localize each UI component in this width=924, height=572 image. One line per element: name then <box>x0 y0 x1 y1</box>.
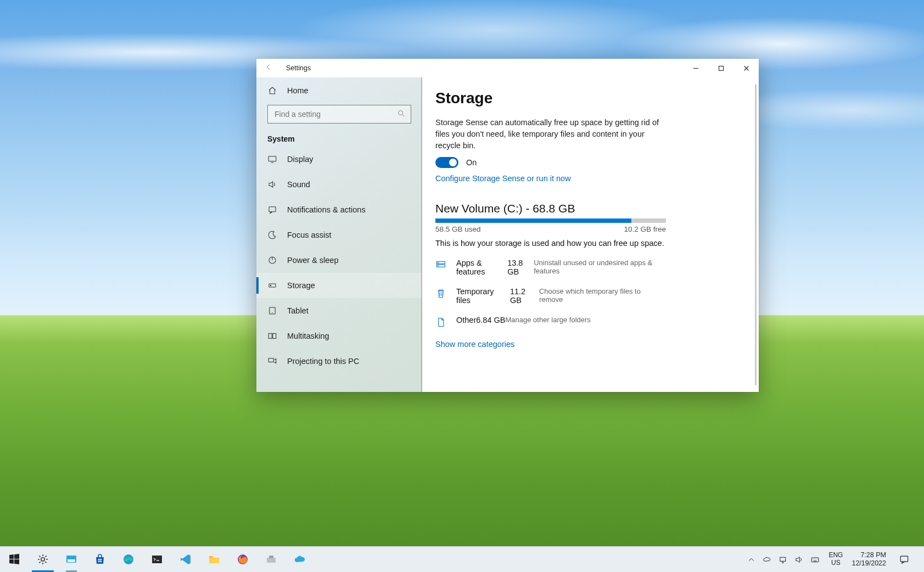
sidebar-item-notifications[interactable]: Notifications & actions <box>256 197 422 222</box>
windows-icon <box>8 553 21 566</box>
category-sub: Choose which temporary files to remove <box>539 287 666 305</box>
start-button[interactable] <box>0 547 29 572</box>
svg-point-13 <box>438 262 439 263</box>
sidebar-item-label: Tablet <box>287 306 309 315</box>
sidebar-home-label: Home <box>287 86 309 95</box>
category-name: Other <box>456 316 476 324</box>
category-apps-features[interactable]: Apps & features 13.8 GB Uninstall unused… <box>435 255 666 284</box>
toggle-label: On <box>466 158 477 167</box>
sidebar-item-sound[interactable]: Sound <box>256 172 422 197</box>
apps-icon <box>435 260 446 271</box>
minimize-icon <box>693 65 699 71</box>
taskbar-app-settings[interactable] <box>29 547 57 572</box>
svg-rect-10 <box>268 358 273 362</box>
sidebar-item-focus-assist[interactable]: Focus assist <box>256 222 422 248</box>
window-title: Settings <box>286 64 311 72</box>
sidebar-item-multitasking[interactable]: Multitasking <box>256 323 422 349</box>
svg-point-14 <box>438 266 439 266</box>
language-indicator[interactable]: ENG US <box>825 552 846 567</box>
clock[interactable]: 7:28 PM 12/19/2022 <box>846 551 892 568</box>
lang-secondary: US <box>831 559 841 567</box>
close-button[interactable] <box>733 59 759 77</box>
search-icon <box>397 109 406 118</box>
storage-sense-description: Storage Sense can automatically free up … <box>435 117 666 152</box>
lang-primary: ENG <box>828 552 843 559</box>
maximize-button[interactable] <box>708 59 733 77</box>
moon-icon <box>267 230 277 240</box>
action-center-button[interactable] <box>892 554 917 565</box>
volume-free-label: 10.2 GB free <box>624 225 666 233</box>
notifications-icon <box>267 205 277 215</box>
show-more-categories-link[interactable]: Show more categories <box>435 340 514 349</box>
sidebar-item-projecting[interactable]: Projecting to this PC <box>256 349 422 374</box>
volume-icon[interactable] <box>794 555 804 564</box>
keyboard-icon[interactable] <box>810 555 820 564</box>
sidebar-item-tablet[interactable]: Tablet <box>256 298 422 323</box>
settings-window: Settings Home System <box>256 59 759 392</box>
svg-rect-28 <box>780 557 786 561</box>
svg-point-15 <box>41 558 44 561</box>
sidebar-item-label: Power & sleep <box>287 256 339 265</box>
sidebar-section-header: System <box>256 129 422 147</box>
taskbar-app-file-explorer[interactable] <box>200 547 228 572</box>
sidebar-item-storage[interactable]: Storage <box>256 273 422 298</box>
onedrive-icon[interactable] <box>763 555 772 564</box>
back-button[interactable] <box>264 63 273 74</box>
search-wrap <box>256 103 422 129</box>
volume-header: New Volume (C:) - 68.8 GB <box>435 202 759 215</box>
category-size: 6.84 GB <box>476 316 505 324</box>
svg-rect-17 <box>68 559 75 562</box>
taskbar-app-task-view[interactable] <box>57 547 86 572</box>
category-size: 13.8 GB <box>507 259 534 276</box>
content-scrollbar[interactable] <box>755 84 757 385</box>
sidebar-item-label: Projecting to this PC <box>287 357 359 366</box>
system-tray: ENG US 7:28 PM 12/19/2022 <box>741 547 924 572</box>
settings-sidebar: Home System Display Sound Notifications … <box>256 77 422 392</box>
svg-rect-18 <box>98 559 100 560</box>
svg-rect-2 <box>268 156 276 161</box>
taskbar-app-store[interactable] <box>86 547 114 572</box>
minimize-button[interactable] <box>683 59 708 77</box>
store-icon <box>93 553 107 566</box>
sound-icon <box>267 180 277 189</box>
chevron-up-icon[interactable] <box>747 555 756 564</box>
clock-time: 7:28 PM <box>860 551 886 559</box>
taskbar-app-generic-2[interactable] <box>285 547 314 572</box>
volume-used-label: 58.5 GB used <box>435 225 481 233</box>
category-temporary-files[interactable]: Temporary files 11.2 GB Choose which tem… <box>435 284 666 312</box>
search-input[interactable] <box>267 105 411 124</box>
category-size: 11.2 GB <box>510 287 539 305</box>
close-icon <box>743 65 749 71</box>
arrow-left-icon <box>264 63 273 71</box>
taskbar-app-edge[interactable] <box>114 547 143 572</box>
clock-date: 12/19/2022 <box>852 559 886 568</box>
app-icon <box>265 553 278 566</box>
taskbar-app-terminal[interactable] <box>143 547 171 572</box>
gear-icon <box>36 553 49 566</box>
sidebar-item-label: Multitasking <box>287 332 329 340</box>
svg-rect-8 <box>268 334 272 339</box>
sidebar-item-label: Storage <box>287 281 315 290</box>
sidebar-item-display[interactable]: Display <box>256 147 422 172</box>
svg-rect-19 <box>100 559 102 560</box>
network-icon[interactable] <box>779 555 788 564</box>
taskbar-app-vscode[interactable] <box>171 547 200 572</box>
trash-icon <box>435 288 446 299</box>
svg-rect-9 <box>273 334 276 339</box>
configure-storage-sense-link[interactable]: Configure Storage Sense or run it now <box>435 174 571 183</box>
storage-icon <box>267 281 277 290</box>
settings-content: Storage Storage Sense can automatically … <box>422 77 759 392</box>
volume-usage-bar <box>435 218 666 223</box>
tablet-icon <box>267 306 277 316</box>
titlebar: Settings <box>256 59 759 77</box>
cloud-icon <box>293 553 306 566</box>
category-name: Temporary files <box>456 287 510 305</box>
sidebar-home[interactable]: Home <box>256 78 422 103</box>
taskbar-app-generic-1[interactable] <box>257 547 285 572</box>
home-icon <box>267 86 277 96</box>
svg-rect-0 <box>719 66 723 70</box>
taskbar-app-firefox[interactable] <box>228 547 257 572</box>
category-other[interactable]: Other 6.84 GB Manage other large folders <box>435 312 666 338</box>
storage-sense-toggle[interactable] <box>435 157 458 168</box>
sidebar-item-power-sleep[interactable]: Power & sleep <box>256 248 422 273</box>
